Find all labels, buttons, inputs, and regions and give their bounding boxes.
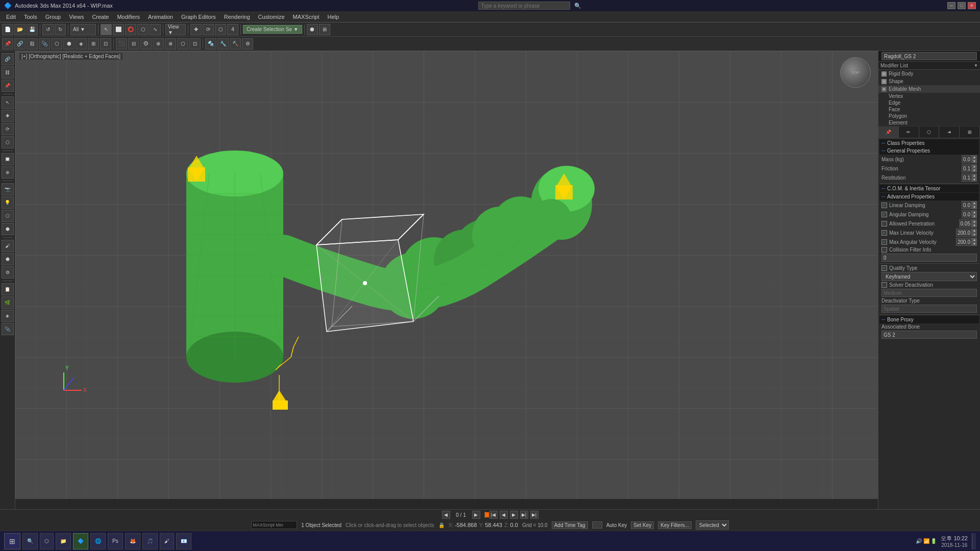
nav-sphere[interactable]: TOP xyxy=(840,57,871,88)
selected-dropdown[interactable]: Selected xyxy=(696,520,729,530)
rotate-button[interactable]: ⟳ xyxy=(203,24,214,35)
key-filters-btn[interactable]: Key Filters... xyxy=(658,521,692,529)
allowed-penetration-check[interactable] xyxy=(881,221,887,227)
menu-views[interactable]: Views xyxy=(65,13,88,21)
filter-dropdown[interactable]: All ▼ xyxy=(70,24,96,35)
scale-button[interactable]: ⬡ xyxy=(215,24,226,35)
linear-damp-down[interactable]: ▼ xyxy=(972,205,977,209)
search-button[interactable]: 🔍 xyxy=(22,533,38,549)
taskbar-mail[interactable]: 📧 xyxy=(176,533,191,549)
allowed-pen-up[interactable]: ▲ xyxy=(972,219,977,223)
lt-light[interactable]: 💡 xyxy=(2,196,14,209)
max-linear-vel-spinner[interactable]: 200.0 ▲ ▼ xyxy=(956,229,977,237)
tb2-btn20[interactable]: ⚙ xyxy=(242,38,253,49)
com-header[interactable]: ─ C.O.M. & Inertia Tensor xyxy=(879,185,979,192)
angular-damping-spinner[interactable]: 0.0 ▲ ▼ xyxy=(962,210,977,218)
mirror-button[interactable]: ⬢ xyxy=(307,24,318,35)
undo-button[interactable]: ↺ xyxy=(42,24,54,35)
associated-bone-input[interactable] xyxy=(881,331,977,339)
allowed-penetration-spinner[interactable]: 0.05 ▲ ▼ xyxy=(959,219,977,228)
lt-scale[interactable]: ⬡ xyxy=(2,136,14,148)
lt-deform[interactable]: ⬣ xyxy=(2,253,14,265)
play-next[interactable]: ▶| xyxy=(520,511,528,519)
tb2-btn8[interactable]: ⊞ xyxy=(88,38,99,49)
minimize-button[interactable]: ─ xyxy=(947,2,955,9)
restitution-spinner[interactable]: 0.1 ▲ ▼ xyxy=(962,173,977,182)
tb2-btn16[interactable]: ⊡ xyxy=(189,38,201,49)
tb2-btn19[interactable]: 🔨 xyxy=(230,38,241,49)
modifier-face[interactable]: Face xyxy=(878,106,980,113)
quality-type-check[interactable] xyxy=(881,265,887,271)
save-button[interactable]: 💾 xyxy=(27,24,38,35)
align-button[interactable]: ⊞ xyxy=(319,24,330,35)
taskview-button[interactable]: ⬡ xyxy=(40,533,54,549)
open-button[interactable]: 📂 xyxy=(14,24,26,35)
taskbar-paint[interactable]: 🖌 xyxy=(160,533,174,549)
advanced-properties-header[interactable]: ─ Advanced Properties xyxy=(879,193,979,201)
allowed-penetration-checkbox[interactable]: Allowed Penetration xyxy=(881,221,935,227)
select-button[interactable]: ↖ xyxy=(101,24,112,35)
set-key-btn[interactable]: Set Key xyxy=(631,521,654,529)
menu-animation[interactable]: Animation xyxy=(144,13,177,21)
collision-filter-check[interactable] xyxy=(881,247,887,253)
max-angvel-up[interactable]: ▲ xyxy=(972,238,977,242)
taskbar-photoshop[interactable]: Ps xyxy=(108,533,123,549)
menu-customize[interactable]: Customize xyxy=(254,13,289,21)
lt-select[interactable]: ↖ xyxy=(2,96,14,109)
menu-help[interactable]: Help xyxy=(324,13,344,21)
modifier-vertex[interactable]: Vertex xyxy=(878,93,980,99)
max-angular-vel-checkbox[interactable]: Max Angular Velocity xyxy=(881,239,937,245)
play-prev[interactable]: ◀ xyxy=(500,511,508,519)
tb2-btn14[interactable]: ⊗ xyxy=(165,38,176,49)
taskbar-3dsmax[interactable]: 🔷 xyxy=(73,533,88,549)
timeline-back[interactable]: ◀ xyxy=(442,511,450,519)
deactivator-type-input[interactable] xyxy=(881,305,977,313)
bone-proxy-header[interactable]: ─ Bone Proxy xyxy=(879,316,979,323)
modifier-edge[interactable]: Edge xyxy=(878,99,980,106)
lt-space[interactable]: ⬢ xyxy=(2,223,14,235)
lasso-select[interactable]: ∿ xyxy=(150,24,161,35)
tb2-btn18[interactable]: 🔧 xyxy=(217,38,229,49)
tb2-btn10[interactable]: ⬛ xyxy=(116,38,127,49)
lt-xref[interactable]: 📎 xyxy=(2,323,14,335)
solver-deactivation-check[interactable] xyxy=(881,282,887,288)
tab-shape[interactable]: ⬡ xyxy=(919,127,940,138)
lt-camera[interactable]: 📷 xyxy=(2,183,14,195)
mass-spinner[interactable]: 0.0 ▲ ▼ xyxy=(962,155,977,163)
max-linear-vel-checkbox[interactable]: Max Linear Velocity xyxy=(881,230,934,236)
lt-move[interactable]: ✚ xyxy=(2,110,14,122)
linear-damping-spinner[interactable]: 0.0 ▲ ▼ xyxy=(962,201,977,209)
collision-filter-input[interactable] xyxy=(881,254,977,262)
close-button[interactable]: ✕ xyxy=(968,2,976,9)
tab-pin[interactable]: 📌 xyxy=(878,127,899,138)
add-time-tag[interactable]: Add Time Tag xyxy=(552,521,588,529)
linear-damping-check[interactable] xyxy=(881,203,887,208)
class-properties-header[interactable]: ─ Class Properties xyxy=(879,139,979,147)
tab-brush[interactable]: ✏ xyxy=(899,127,919,138)
modifier-element[interactable]: Element xyxy=(878,119,980,126)
tb2-btn2[interactable]: 🔗 xyxy=(14,38,26,49)
show-desktop[interactable] xyxy=(972,533,976,549)
tb2-btn15[interactable]: ⬡ xyxy=(177,38,188,49)
max-linear-vel-check[interactable] xyxy=(881,230,887,236)
restitution-down[interactable]: ▼ xyxy=(972,178,977,182)
tb2-btn1[interactable]: 📌 xyxy=(2,38,13,49)
lt-snap[interactable]: 🔲 xyxy=(2,153,14,165)
tb2-btn13[interactable]: ⊕ xyxy=(153,38,164,49)
menu-create[interactable]: Create xyxy=(88,13,113,21)
move-button[interactable]: ✚ xyxy=(190,24,202,35)
friction-down[interactable]: ▼ xyxy=(972,168,977,172)
search-input[interactable] xyxy=(478,2,570,10)
key-next[interactable]: ▶| xyxy=(530,511,538,519)
lt-layer[interactable]: 📋 xyxy=(2,283,14,295)
modifier-rigid-body[interactable]: ● Rigid Body xyxy=(878,70,980,78)
fence-select[interactable]: ⬡ xyxy=(137,24,149,35)
lt-paint[interactable]: 🖌 xyxy=(2,240,14,252)
general-properties-header[interactable]: ─ General Properties xyxy=(879,147,979,155)
tab-grid[interactable]: ⊞ xyxy=(960,127,980,138)
menu-graph-editors[interactable]: Graph Editors xyxy=(177,13,220,21)
lt-link[interactable]: 🔗 xyxy=(2,53,14,65)
taskbar-explorer[interactable]: 📁 xyxy=(56,533,71,549)
taskbar-media[interactable]: 🎵 xyxy=(142,533,158,549)
tab-arrow[interactable]: ➜ xyxy=(939,127,960,138)
